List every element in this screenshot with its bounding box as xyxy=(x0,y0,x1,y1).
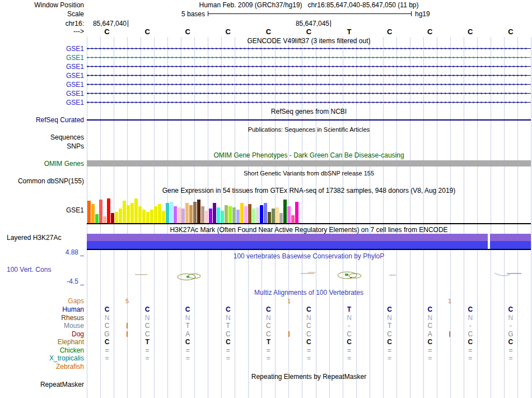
align-row-zebrafish[interactable] xyxy=(87,363,531,371)
gtex-tissue-bar[interactable] xyxy=(283,200,287,223)
gtex-tissue-bar[interactable] xyxy=(268,212,271,223)
gencode-item-label[interactable]: GSE1 xyxy=(0,72,84,80)
gencode-item-label[interactable]: GSE1 xyxy=(0,54,84,62)
gtex-tissue-bar[interactable] xyxy=(205,211,208,223)
align-row-x-tropicalis[interactable]: =========== xyxy=(87,354,531,362)
repeatmasker-label[interactable]: RepeatMasker xyxy=(0,381,84,388)
gtex-tissue-bar[interactable] xyxy=(87,201,91,223)
gtex-tissue-bar[interactable] xyxy=(146,212,150,223)
gtex-tissue-bar[interactable] xyxy=(279,213,283,223)
gtex-tissue-bar[interactable] xyxy=(291,215,295,223)
gtex-tissue-bar[interactable] xyxy=(154,206,157,223)
gtex-tissue-bar[interactable] xyxy=(127,205,130,223)
gtex-tissue-bar[interactable] xyxy=(248,204,251,223)
gtex-tissue-bar[interactable] xyxy=(221,211,224,223)
gtex-tissue-bar[interactable] xyxy=(138,206,142,223)
gtex-gene-label[interactable]: GSE1 xyxy=(0,206,84,214)
gtex-tissue-bar[interactable] xyxy=(107,198,110,223)
gencode-transcript-row[interactable]: >>>>>>>>>>>>>>>>>>>>>>>>>>>>>>>>>>>>>>>>… xyxy=(87,99,531,105)
layered-h3k27ac-label[interactable]: Layered H3K27Ac xyxy=(0,234,91,242)
gencode-transcript-row[interactable]: >>>>>>>>>>>>>>>>>>>>>>>>>>>>>>>>>>>>>>>>… xyxy=(87,63,531,70)
align-row-dog[interactable]: GCACCCCCACG xyxy=(87,330,531,338)
gtex-tissue-bar[interactable] xyxy=(178,207,181,223)
gtex-tissue-bar[interactable] xyxy=(150,210,153,223)
gtex-tissue-bar[interactable] xyxy=(264,203,267,223)
gtex-tissue-bar[interactable] xyxy=(134,198,138,223)
ruler-base-sequence[interactable]: CCCCCCTCCCC xyxy=(87,27,531,36)
gtex-tissue-bar[interactable] xyxy=(111,213,114,223)
gencode-transcript-row[interactable]: >>>>>>>>>>>>>>>>>>>>>>>>>>>>>>>>>>>>>>>>… xyxy=(87,45,531,52)
common-dbsnp-label[interactable]: Common dbSNP(155) xyxy=(0,177,84,185)
gtex-tissue-bar[interactable] xyxy=(162,211,165,223)
gtex-tissue-bar[interactable] xyxy=(209,209,212,223)
species-label-rhesus[interactable]: Rhesus xyxy=(0,314,84,322)
gencode-transcript-row[interactable]: >>>>>>>>>>>>>>>>>>>>>>>>>>>>>>>>>>>>>>>>… xyxy=(87,72,531,78)
gencode-item-label[interactable]: GSE1 xyxy=(0,99,84,107)
gtex-tissue-bar[interactable] xyxy=(103,216,106,223)
vert-cons-label[interactable]: 100 Vert. Cons xyxy=(0,266,91,274)
publications-sequences-label[interactable]: Sequences xyxy=(0,133,84,141)
species-label-zebrafish[interactable]: Zebrafish xyxy=(0,363,84,371)
gtex-tissue-bar[interactable] xyxy=(185,203,189,223)
gtex-bar-chart[interactable] xyxy=(87,197,299,223)
gencode-item-label[interactable]: GSE1 xyxy=(0,81,84,89)
gencode-transcript-row[interactable]: >>>>>>>>>>>>>>>>>>>>>>>>>>>>>>>>>>>>>>>>… xyxy=(87,81,531,87)
gtex-tissue-bar[interactable] xyxy=(95,214,99,223)
align-row-human[interactable]: CCCCCCTCCCC xyxy=(87,306,531,313)
gtex-tissue-bar[interactable] xyxy=(91,204,95,223)
gtex-tissue-bar[interactable] xyxy=(213,203,216,223)
gtex-tissue-bar[interactable] xyxy=(181,209,185,223)
species-label-x-tropicalis[interactable]: X_tropicalis xyxy=(0,354,84,362)
align-row-mouse[interactable]: CCTTCC-TC-- xyxy=(87,322,531,330)
gtex-tissue-bar[interactable] xyxy=(236,210,240,223)
h3k27ac-layer-bottom[interactable] xyxy=(87,241,531,249)
h3k27ac-layer-top[interactable] xyxy=(87,234,531,241)
gtex-tissue-bar[interactable] xyxy=(256,207,259,223)
gtex-tissue-bar[interactable] xyxy=(174,206,177,223)
gtex-tissue-bar[interactable] xyxy=(272,209,275,223)
gtex-tissue-bar[interactable] xyxy=(99,200,102,223)
species-label-elephant[interactable]: Elephant xyxy=(0,338,84,346)
omim-gene-bar[interactable] xyxy=(87,160,531,166)
gencode-item-label[interactable]: GSE1 xyxy=(0,45,84,53)
gtex-tissue-bar[interactable] xyxy=(232,207,236,223)
gtex-tissue-bar[interactable] xyxy=(158,204,161,223)
gtex-tissue-bar[interactable] xyxy=(119,209,122,223)
species-label-chicken[interactable]: Chicken xyxy=(0,346,84,354)
gtex-tissue-bar[interactable] xyxy=(193,202,197,223)
gtex-tissue-bar[interactable] xyxy=(225,205,228,223)
gencode-transcript-row[interactable]: >>>>>>>>>>>>>>>>>>>>>>>>>>>>>>>>>>>>>>>>… xyxy=(87,54,531,61)
align-row-rhesus[interactable]: NNNNNNNNNNN xyxy=(87,314,531,322)
refseq-gene-bar[interactable] xyxy=(87,119,531,121)
gencode-item-label[interactable]: GSE1 xyxy=(0,90,84,98)
gtex-tissue-bar[interactable] xyxy=(287,206,291,223)
species-label-dog[interactable]: Dog xyxy=(0,330,84,338)
gtex-tissue-bar[interactable] xyxy=(201,206,204,223)
gtex-tissue-bar[interactable] xyxy=(166,203,169,223)
gtex-tissue-bar[interactable] xyxy=(228,206,232,223)
omim-genes-label[interactable]: OMIM Genes xyxy=(0,160,84,168)
species-label-mouse[interactable]: Mouse xyxy=(0,322,84,330)
gtex-tissue-bar[interactable] xyxy=(189,205,193,223)
gtex-tissue-bar[interactable] xyxy=(252,209,255,223)
gencode-transcript-row[interactable]: >>>>>>>>>>>>>>>>>>>>>>>>>>>>>>>>>>>>>>>>… xyxy=(87,90,531,96)
gtex-tissue-bar[interactable] xyxy=(115,212,118,223)
species-label-human[interactable]: Human xyxy=(0,306,84,313)
align-row-elephant[interactable]: CTCCTCCCCCC xyxy=(87,338,531,346)
gtex-tissue-bar[interactable] xyxy=(260,205,263,223)
gtex-tissue-bar[interactable] xyxy=(142,210,146,223)
gtex-tissue-bar[interactable] xyxy=(123,201,126,223)
publications-snps-label[interactable]: SNPs xyxy=(0,142,84,150)
gencode-item-label[interactable]: GSE1 xyxy=(0,63,84,71)
refseq-curated-label[interactable]: RefSeq Curated xyxy=(0,116,84,124)
gtex-tissue-bar[interactable] xyxy=(295,202,298,223)
gtex-tissue-bar[interactable] xyxy=(170,202,173,223)
gtex-tissue-bar[interactable] xyxy=(217,207,220,223)
multiz-gaps-row[interactable]: Gaps 511 xyxy=(0,297,532,305)
align-row-chicken[interactable]: =========== xyxy=(87,346,531,354)
gtex-tissue-bar[interactable] xyxy=(244,206,248,223)
gtex-tissue-bar[interactable] xyxy=(197,200,200,223)
gtex-tissue-bar[interactable] xyxy=(130,203,134,223)
gtex-tissue-bar[interactable] xyxy=(240,203,244,223)
gtex-tissue-bar[interactable] xyxy=(276,207,279,223)
